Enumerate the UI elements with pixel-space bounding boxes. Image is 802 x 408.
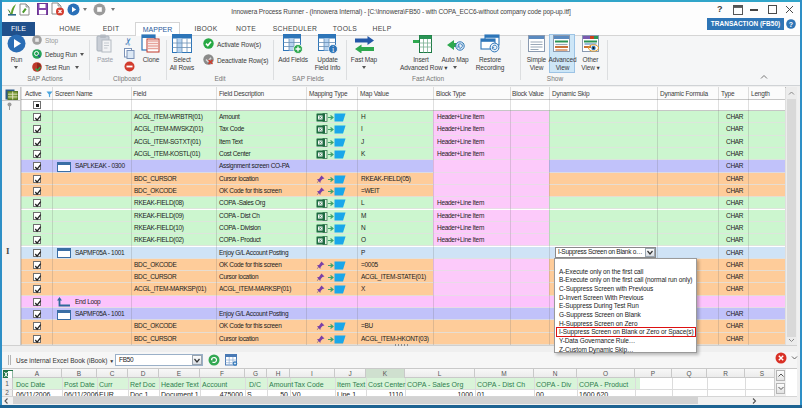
svg-text:?: ? <box>789 21 793 28</box>
